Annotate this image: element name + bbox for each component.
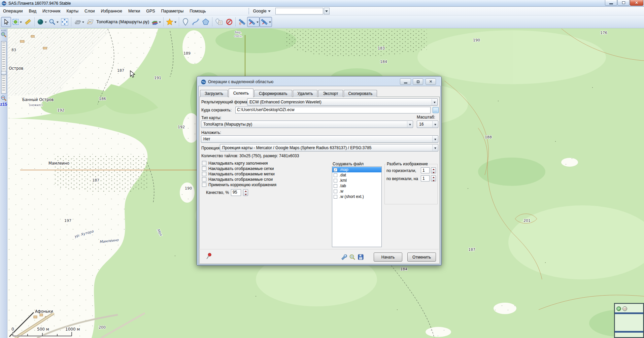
add-path-button[interactable] [191, 17, 201, 27]
tab-Загрузить[interactable]: Загрузить [200, 90, 228, 97]
tab-Склеить[interactable]: Склеить [229, 89, 253, 97]
gps-follow-button[interactable] [260, 17, 272, 27]
checkbox-row-4[interactable]: Применить коррекцию изображения [202, 182, 276, 187]
browse-button[interactable]: ... [433, 107, 439, 113]
checkbox[interactable] [334, 173, 337, 177]
gps-track-button[interactable] [247, 17, 260, 27]
combo-arrow-icon[interactable] [432, 121, 438, 127]
tab-Сформировать[interactable]: Сформировать [254, 90, 292, 97]
split-vertical-input[interactable]: 1 [421, 175, 430, 181]
geosearch-dropdown-button[interactable] [324, 8, 330, 14]
menu-item-Операции[interactable]: Операции [0, 7, 26, 15]
measure-tool-button[interactable] [23, 17, 33, 27]
window-titlebar[interactable]: SAS.Планета 160707.9476 Stable ✕ [0, 0, 644, 7]
menu-item-GPS[interactable]: GPS [143, 7, 158, 15]
menu-item-Избранное[interactable]: Избранное [98, 7, 125, 15]
quality-spinner[interactable] [243, 189, 248, 196]
file-list-item-.w[interactable]: .w [332, 189, 381, 194]
start-button[interactable]: Начать [374, 252, 402, 262]
placemark-manager-button[interactable] [214, 17, 224, 27]
window-close-button[interactable]: ✕ [630, 0, 643, 6]
menu-item-Метки[interactable]: Метки [125, 7, 143, 15]
pan-tool-button[interactable] [1, 17, 11, 27]
hide-placemarks-button[interactable] [224, 17, 234, 27]
save-settings-icon[interactable] [358, 254, 364, 260]
add-placemark-button[interactable] [180, 17, 191, 27]
menu-item-Карты[interactable]: Карты [63, 7, 81, 15]
wrench-icon[interactable] [341, 254, 347, 260]
zoom-out-icon[interactable] [1, 95, 7, 101]
checkbox[interactable] [202, 161, 206, 165]
window-restore-button[interactable] [617, 0, 630, 6]
zoom-slider-handle[interactable] [1, 71, 6, 75]
minimap-zoom-button[interactable]: ⇄ [616, 306, 621, 311]
checkbox[interactable] [202, 182, 206, 187]
file-list-item-.map[interactable]: ✓.map [332, 167, 381, 172]
file-list[interactable]: ✓.map.dat.kml.tab.w.w (short ext.) [332, 166, 382, 247]
menu-item-google[interactable]: Google [251, 7, 272, 15]
tab-Скопировать[interactable]: Скопировать [344, 90, 377, 97]
split-vertical-spinner[interactable] [431, 175, 436, 181]
overlay-combo[interactable]: Нет [201, 135, 438, 143]
tab-Удалить[interactable]: Удалить [293, 90, 318, 97]
checkbox[interactable] [334, 184, 337, 188]
split-horizontal-spinner[interactable] [431, 167, 436, 173]
file-list-item-.kml[interactable]: .kml [332, 178, 381, 183]
checkbox[interactable] [334, 179, 337, 182]
fullscreen-button[interactable] [60, 17, 70, 27]
checkbox-row-1[interactable]: Накладывать отображаемые сетки [202, 166, 276, 171]
menu-item-Помощь[interactable]: Помощь [187, 7, 209, 15]
overview-minimap[interactable]: ⇄ — [614, 303, 644, 338]
quality-input[interactable]: 95 [231, 189, 241, 196]
map-source-button[interactable] [85, 17, 95, 27]
menu-item-Параметры[interactable]: Параметры [158, 7, 187, 15]
zoom-in-icon[interactable] [1, 32, 7, 38]
file-list-item-.tab[interactable]: .tab [332, 183, 381, 189]
zoom-tool-button[interactable] [48, 17, 60, 27]
selection-tool-button[interactable] [11, 17, 23, 27]
window-minimize-button[interactable] [605, 0, 617, 6]
preview-magnifier-icon[interactable] [349, 254, 355, 260]
projection-combo[interactable]: Проекция карты - Mercator / Google Maps … [220, 144, 438, 151]
tab-Экспорт[interactable]: Экспорт [318, 90, 343, 97]
zoom-slider[interactable] [1, 41, 6, 94]
checkbox-row-2[interactable]: Накладывать отображаемые метки [202, 172, 276, 176]
gps-connect-button[interactable] [237, 17, 247, 27]
layers-button[interactable] [150, 17, 162, 27]
favorites-button[interactable] [165, 17, 177, 27]
combo-arrow-icon[interactable] [432, 145, 438, 151]
combo-arrow-icon[interactable] [432, 99, 437, 105]
map-type-combo[interactable]: ТопоКарта (Маршруты.ру) [201, 121, 413, 128]
add-polygon-button[interactable] [201, 17, 211, 27]
checkbox[interactable] [202, 177, 206, 181]
dialog-minimize-button[interactable] [400, 78, 411, 85]
combo-arrow-icon[interactable] [432, 136, 438, 142]
geosearch-input[interactable] [275, 8, 323, 14]
checkbox[interactable] [334, 195, 337, 199]
checkbox[interactable] [334, 190, 337, 193]
checkbox[interactable] [202, 166, 206, 171]
cancel-button[interactable]: Отменить [407, 252, 436, 262]
active-map-type[interactable]: ТопоКарта (Маршруты.ру) [95, 19, 150, 24]
dialog-maximize-button[interactable] [413, 78, 423, 85]
checkbox[interactable]: ✓ [334, 168, 337, 172]
sidebar-grip[interactable] [1, 30, 6, 31]
scale-combo[interactable]: 16 [417, 121, 438, 128]
menu-item-Слои[interactable]: Слои [81, 7, 98, 15]
combo-arrow-icon[interactable] [407, 121, 412, 127]
menu-item-Источник[interactable]: Источник [39, 7, 63, 15]
view-mode-button[interactable] [73, 17, 85, 27]
globe-view-button[interactable] [36, 17, 48, 27]
file-list-item-.dat[interactable]: .dat [332, 172, 381, 178]
dialog-close-button[interactable]: ✕ [426, 78, 436, 85]
checkbox-row-0[interactable]: Накладывать карту заполнения [202, 161, 276, 165]
save-path-input[interactable]: C:\Users\User\Desktop\OZI.ecw [235, 107, 431, 113]
minimap-close-button[interactable]: — [622, 306, 627, 311]
split-horizontal-input[interactable]: 1 [421, 167, 430, 173]
checkbox-row-3[interactable]: Накладывать отображаемые слои [202, 177, 276, 181]
menu-item-Вид[interactable]: Вид [26, 7, 39, 15]
format-combo[interactable]: ECW (Enhanced Compression Wavelet) [247, 98, 438, 106]
file-list-item-.w (short ext.)[interactable]: .w (short ext.) [332, 194, 381, 199]
checkbox[interactable] [202, 172, 206, 176]
pin-icon[interactable] [206, 252, 212, 261]
